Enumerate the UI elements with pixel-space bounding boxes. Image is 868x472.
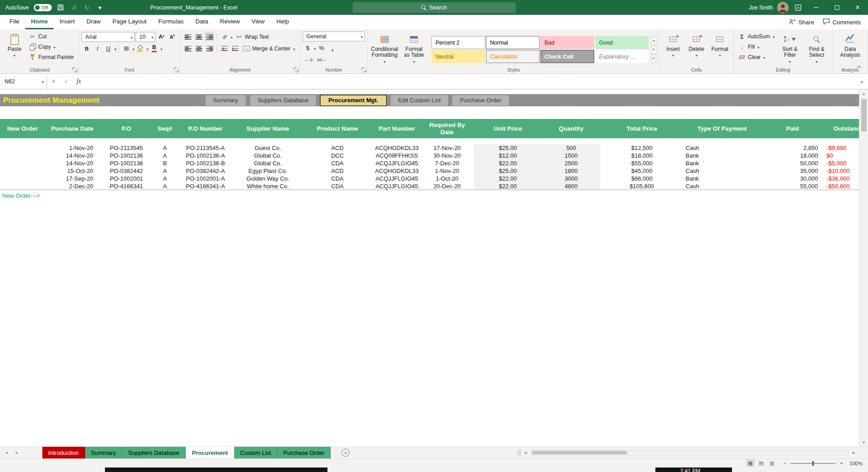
add-sheet-button[interactable]: +	[341, 449, 350, 457]
nav-button-summary[interactable]: Summary	[205, 95, 246, 106]
number-format-select[interactable]: General	[303, 32, 365, 41]
nav-button-procurement-mgt[interactable]: Procurement Mgt.	[320, 95, 387, 106]
style-explanatory[interactable]: Explanatory ...	[595, 50, 649, 63]
cell-p-o[interactable]: PO-4166341	[100, 182, 153, 190]
style-good[interactable]: Good	[595, 36, 649, 49]
zoom-out-icon[interactable]: −	[783, 460, 787, 467]
sheet-tab-procurement[interactable]: Procurement	[186, 447, 234, 458]
style-normal[interactable]: Normal	[486, 36, 540, 49]
undo-icon[interactable]: ↺	[70, 4, 78, 12]
decrease-indent-button[interactable]	[219, 44, 229, 53]
ribbon-tab-view[interactable]: View	[245, 15, 270, 29]
conditional-formatting-button[interactable]: Conditional Formatting	[371, 32, 398, 66]
cell-new-order[interactable]	[0, 159, 45, 167]
sheet-tab-introduction[interactable]: Introduction	[42, 447, 85, 458]
accounting-dropdown-icon[interactable]	[314, 45, 316, 51]
redo-icon[interactable]: ↻	[83, 4, 91, 12]
paste-button[interactable]: Paste	[4, 32, 25, 66]
sort-filter-button[interactable]: Sort & Filter	[778, 32, 802, 66]
page-layout-view-icon[interactable]: ▤	[757, 459, 766, 467]
column-header-required-by-date[interactable]: Required By Date	[420, 119, 474, 138]
cell-total-price[interactable]: $12,500	[600, 144, 683, 152]
cell-total-price[interactable]: $55,000	[600, 159, 683, 167]
save-icon[interactable]	[57, 4, 65, 12]
font-color-dropdown-icon[interactable]	[160, 45, 162, 52]
qat-customize-icon[interactable]: ▾	[96, 4, 104, 12]
cell-supplier-name[interactable]: Global Co.	[234, 152, 301, 159]
scroll-up-icon[interactable]: ▲	[859, 90, 868, 98]
underline-button[interactable]: U	[103, 44, 113, 53]
ribbon-tab-file[interactable]: File	[4, 15, 25, 29]
page-break-view-icon[interactable]: ▥	[768, 459, 777, 467]
column-header-part-number[interactable]: Part Number	[373, 119, 420, 138]
ribbon-tab-draw[interactable]: Draw	[81, 15, 107, 29]
cell-unit-price[interactable]: $22.00	[474, 175, 542, 182]
cell-product-name[interactable]: DCC	[301, 152, 373, 159]
cell-paid[interactable]: 2,850	[761, 144, 824, 152]
delete-cells-button[interactable]: × Delete	[686, 32, 707, 66]
cell-supplier-name[interactable]: Egyp Plast Co.	[234, 167, 301, 175]
copy-button[interactable]: Copy	[27, 42, 76, 52]
cell-type-of-payment[interactable]: Cash	[683, 167, 761, 175]
close-button[interactable]: ✕	[847, 0, 868, 15]
cell-p-o-number[interactable]: PO-0382442-A	[177, 167, 234, 175]
cell-p-o[interactable]: PO-2113545	[100, 144, 153, 152]
percent-style-button[interactable]: %	[317, 43, 327, 53]
cell-part-number[interactable]: ACQJJFLGIO45	[373, 159, 420, 167]
gallery-down-icon[interactable]: ▾	[651, 45, 656, 54]
cell-paid[interactable]: 18,000	[761, 152, 824, 159]
cell-p-o[interactable]: PO-1002001	[100, 175, 153, 182]
cell-new-order[interactable]	[0, 167, 45, 175]
orientation-dropdown-icon[interactable]	[230, 33, 232, 40]
sheet-tab-custom-list[interactable]: Custom List	[234, 447, 277, 458]
ribbon-tab-formulas[interactable]: Formulas	[152, 15, 189, 29]
cell-quantity[interactable]: 2500	[542, 159, 600, 167]
horizontal-scroll-track[interactable]	[531, 450, 849, 456]
cell-seq[interactable]: B	[153, 159, 177, 167]
column-header-type-of-payment[interactable]: Type Of Payment	[683, 119, 761, 138]
font-family-select[interactable]: Arial	[82, 32, 135, 42]
cell-unit-price[interactable]: $25.00	[474, 167, 542, 175]
cell-quantity[interactable]: 3000	[542, 175, 600, 182]
merge-center-button[interactable]: ↔ Merge & Center	[241, 44, 297, 54]
accounting-format-button[interactable]: $	[303, 43, 313, 53]
cell-quantity[interactable]: 1500	[542, 152, 600, 159]
column-header-p-o[interactable]: P.O	[100, 119, 153, 138]
cell-required-by-date[interactable]: 1-Oct-20	[420, 175, 474, 182]
cell-part-number[interactable]: ACQHGDKDL33	[373, 144, 420, 152]
cell-product-name[interactable]: CDA	[301, 159, 373, 167]
cancel-icon[interactable]: ✕	[47, 74, 60, 89]
italic-button[interactable]: I	[92, 44, 102, 53]
cell-seq[interactable]: A	[153, 152, 177, 159]
cell-seq[interactable]: A	[153, 175, 177, 182]
column-header-total-price[interactable]: Total Price	[600, 119, 683, 138]
cell-total-price[interactable]: $105,600	[600, 182, 683, 190]
autosave-toggle[interactable]: Off	[34, 4, 51, 11]
increase-decimal-button[interactable]: ←.0	[303, 55, 314, 64]
cell-product-name[interactable]: ACD	[301, 167, 373, 175]
cell-seq[interactable]: A	[153, 144, 177, 152]
cell-required-by-date[interactable]: 30-Nov-20	[420, 152, 474, 159]
borders-dropdown-icon[interactable]	[132, 45, 134, 52]
cell-p-o[interactable]: PO-1002136	[100, 152, 153, 159]
column-header-quantity[interactable]: Quantity	[542, 119, 600, 138]
style-neutral[interactable]: Neutral	[432, 50, 485, 63]
cell-type-of-payment[interactable]: Bank	[683, 152, 761, 159]
clear-button[interactable]: Clear	[736, 52, 776, 62]
column-header-unit-price[interactable]: Unit Price	[474, 119, 542, 138]
cell-p-o[interactable]: PO-1002136	[100, 159, 153, 167]
vertical-scrollbar[interactable]: ▲ ▼	[859, 90, 868, 446]
cell-product-name[interactable]: CDA	[301, 182, 373, 190]
zoom-slider-thumb[interactable]	[812, 461, 814, 466]
middle-align-button[interactable]	[194, 32, 204, 41]
insert-function-icon[interactable]: fx	[73, 74, 85, 89]
name-box[interactable]: N62	[0, 74, 47, 89]
decrease-decimal-button[interactable]: .00→	[315, 55, 327, 64]
tab-prev-icon[interactable]: ◄	[5, 450, 9, 455]
find-select-button[interactable]: Find & Select	[804, 32, 830, 66]
cell-quantity[interactable]: 1800	[542, 167, 600, 175]
cell-unit-price[interactable]: $22.00	[474, 159, 542, 167]
font-size-select[interactable]: 10	[136, 32, 155, 42]
formula-bar-expand-icon[interactable]	[855, 74, 868, 89]
number-dialog-launcher-icon[interactable]	[361, 67, 366, 72]
